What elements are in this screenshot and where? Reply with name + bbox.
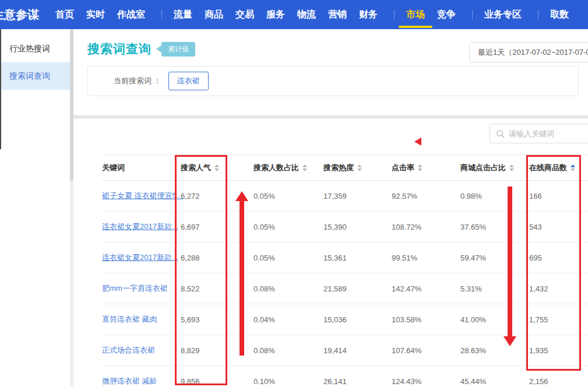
table-cell: 1,432 [529, 284, 588, 293]
date-range-picker[interactable]: 最近1天（2017-07-02~2017-07-02 [469, 42, 588, 62]
column-header-点击率[interactable]: 点击率 [392, 163, 460, 173]
table-cell: 0.04% [253, 315, 323, 324]
table-cell: 6,697 [181, 223, 253, 231]
nav-item-商品[interactable]: 商品 [205, 0, 223, 29]
nav-divider [161, 10, 162, 19]
table-cell: 695 [529, 254, 588, 262]
nav-item-交易[interactable]: 交易 [235, 0, 254, 29]
column-label: 商城点击占比 [460, 163, 506, 173]
current-keyword-panel: 当前搜索词 ： 连衣裙 [87, 66, 579, 96]
keyword-link[interactable]: 裙子女夏 连衣裙便宜5... [102, 191, 183, 200]
table-cell: 21,589 [323, 284, 392, 293]
table-cell: 108.72% [392, 223, 460, 231]
nav-item-服务[interactable]: 服务 [266, 0, 285, 29]
nav-item-取数[interactable]: 取数 [550, 0, 569, 29]
sort-desc-icon [418, 168, 422, 171]
header-card: 搜索词查询 累计值 最近1天（2017-07-02~2017-07-02 当前搜… [73, 29, 588, 115]
keyword-link[interactable]: 肥mm一字肩连衣裙 [102, 284, 168, 293]
column-header-商城点击占比[interactable]: 商城点击占比 [460, 163, 529, 173]
table-cell: 9,856 [181, 377, 253, 386]
table-cell: 8,829 [181, 346, 253, 355]
nav-item-实时[interactable]: 实时 [86, 0, 105, 29]
column-header-搜索人数占比[interactable]: 搜索人数占比 [253, 163, 323, 173]
column-header-搜索热度[interactable]: 搜索热度 [323, 163, 392, 173]
column-label: 关键词 [102, 163, 125, 173]
table-cell: 1,935 [529, 346, 588, 355]
main-content: 搜索词查询 累计值 最近1天（2017-07-02~2017-07-02 当前搜… [73, 29, 588, 387]
nav-divider [394, 10, 395, 19]
table-cell: 5.31% [460, 284, 529, 293]
table-cell: 0.08% [253, 346, 323, 355]
table-cell: 2,156 [529, 377, 588, 386]
sort-asc-icon [418, 164, 422, 167]
table-cell: 8,522 [181, 284, 253, 293]
table-row: 直筒连衣裙 藏肉 5,6930.04%15,036103.58%41.00%1,… [102, 304, 588, 335]
sort-desc-icon [571, 168, 575, 171]
table-cell: 41.00% [460, 315, 529, 324]
table-cell: 0.05% [253, 223, 323, 231]
table-card: 关键词 搜索人气 搜索人数占比 [73, 119, 588, 387]
nav-item-营销[interactable]: 营销 [328, 0, 347, 29]
table-cell: 59.47% [460, 254, 529, 262]
sort-asc-icon [302, 164, 307, 167]
table-cell: 15,036 [323, 315, 392, 324]
column-label: 点击率 [392, 163, 414, 173]
sidebar-item-行业热搜词[interactable]: 行业热搜词 [0, 35, 70, 62]
column-label: 搜索人气 [181, 163, 211, 173]
table-header-row: 关键词 搜索人气 搜索人数占比 [102, 154, 588, 181]
nav-item-流量[interactable]: 流量 [174, 0, 192, 29]
keyword-link[interactable]: 正式场合连衣裙 [102, 346, 155, 354]
nav-item-作战室[interactable]: 作战室 [117, 0, 145, 29]
current-keyword-button[interactable]: 连衣裙 [168, 72, 209, 90]
brand-logo[interactable]: 生意参谋 [0, 7, 39, 23]
search-icon [496, 129, 505, 138]
nav-item-首页[interactable]: 首页 [55, 0, 74, 29]
table-cell: 166 [529, 192, 588, 200]
table-cell: 0.05% [253, 192, 323, 200]
sort-asc-icon [214, 164, 219, 167]
sidebar-item-搜索词查询[interactable]: 搜索词查询 [0, 62, 70, 90]
keyword-link[interactable]: 微胖连衣裙 减龄 [102, 377, 157, 385]
keyword-search-input[interactable] [509, 129, 588, 138]
keywords-table: 关键词 搜索人气 搜索人数占比 [102, 154, 588, 387]
table-cell: 17,359 [323, 192, 392, 200]
sort-icon [357, 164, 362, 171]
column-label: 搜索热度 [323, 163, 354, 173]
table-cell: 0.98% [460, 192, 529, 200]
table-cell: 92.57% [392, 192, 460, 200]
keyword-link[interactable]: 连衣裙女夏2017新款... [102, 222, 178, 231]
table-cell: 142.47% [392, 284, 460, 293]
sort-icon [509, 164, 514, 171]
nav-item-市场[interactable]: 市场 [406, 0, 425, 29]
sort-asc-icon [509, 164, 514, 167]
table-cell: 19,414 [323, 346, 392, 355]
column-header-关键词: 关键词 [102, 163, 181, 173]
table-cell: 28.63% [460, 346, 529, 355]
sort-icon [418, 164, 422, 171]
nav-item-业务专区[interactable]: 业务专区 [484, 0, 522, 29]
column-label: 搜索人数占比 [253, 163, 299, 173]
column-label: 在线商品数 [529, 163, 567, 173]
table-cell: 6,272 [181, 192, 253, 200]
sort-asc-icon [357, 164, 362, 167]
table-cell: 0.10% [253, 377, 323, 386]
keyword-link[interactable]: 直筒连衣裙 藏肉 [102, 315, 157, 323]
nav-divider [538, 10, 538, 19]
table-cell: 99.51% [392, 254, 460, 262]
sidebar: 行业热搜词搜索词查询 [0, 29, 70, 387]
table-row: 正式场合连衣裙 8,8290.08%19,414107.64%28.63%1,9… [102, 335, 588, 366]
sort-desc-icon [357, 168, 362, 171]
nav-item-竞争[interactable]: 竞争 [437, 0, 456, 29]
sort-desc-icon [214, 168, 219, 171]
nav-item-财务[interactable]: 财务 [359, 0, 378, 29]
table-cell: 124.43% [392, 377, 460, 386]
keyword-search-box[interactable] [490, 124, 588, 143]
keyword-link[interactable]: 连衣裙女夏2017新款... [102, 253, 178, 262]
nav-item-物流[interactable]: 物流 [297, 0, 316, 29]
table-cell: 107.64% [392, 346, 460, 355]
column-header-搜索人气[interactable]: 搜索人气 [181, 163, 253, 173]
table-row: 肥mm一字肩连衣裙 8,5220.08%21,589142.47%5.31%1,… [102, 273, 588, 304]
table-cell: 1,755 [529, 315, 588, 324]
column-header-在线商品数[interactable]: 在线商品数 [529, 163, 588, 173]
badge-arrow-icon [156, 45, 161, 52]
